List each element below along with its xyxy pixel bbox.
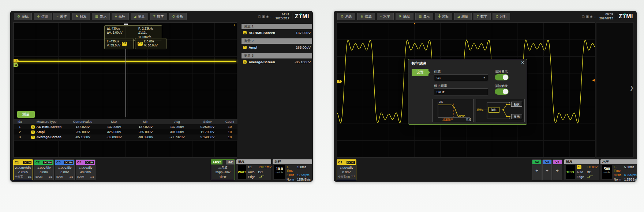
math-icon: ∑ [153, 15, 156, 18]
menu-display[interactable]: ▦显示 [415, 13, 434, 20]
source-select[interactable]: C1 ▼ [434, 74, 488, 81]
channel4-add-box[interactable]: C4 + [553, 159, 562, 180]
measure-slot-header[interactable]: 测量 2 [242, 38, 312, 44]
acquire-mode: Norm [614, 178, 621, 181]
channel2-add-box[interactable]: C2 + [532, 159, 542, 180]
record-icon[interactable]: ◉ [266, 15, 269, 18]
measure-slot-header[interactable]: 测量 1 [242, 24, 312, 29]
measure-slot-value[interactable]: 1 AC RMS-Screen 137.02uV [242, 30, 312, 35]
filter-trigger-label: 滤波触发 [495, 84, 508, 88]
horizontal-panel[interactable]: 水平 500 us/div T-Time 5.00ms 0.00s 6.25Mp… [600, 159, 637, 180]
menu-system[interactable]: ⚙系统 [337, 13, 355, 20]
table-row[interactable]: 1 1AC RMS-Screen 137.02uV137.83uV137.02u… [14, 124, 237, 129]
cutoff-frequency-label: 滤波频率 [442, 118, 453, 121]
trigger-source: C1 [248, 165, 255, 169]
tab-notch [428, 71, 430, 74]
timebase-box: 500 us/div [602, 165, 612, 179]
menu-math[interactable]: ∑数学 [150, 13, 167, 20]
channel1-box[interactable]: C1DC50 2.00mV/div-120uV 全带宽1:1 [13, 159, 33, 180]
logo-accent [300, 14, 302, 16]
menu-analyze[interactable]: Q分析 [493, 13, 510, 20]
menu-cursor[interactable]: ╋光标 [112, 13, 128, 20]
sample-panel[interactable]: 采样 10.0 ms/div T-Time 100ms 0.00s 12.5Mp… [273, 159, 312, 180]
trigger-level: T:0.00V [587, 165, 598, 169]
afg-name: AFG2 [211, 160, 222, 164]
screen-icon[interactable]: ▢ [582, 15, 585, 18]
menu-source[interactable]: ⊕信源 [34, 13, 52, 20]
trigger-level-marker[interactable]: ◀ [592, 78, 595, 82]
afg-load: HiZ [226, 160, 235, 164]
channel4-box[interactable]: C4DC1M 1.00V/div40.0mV 500M1:1 [76, 159, 96, 180]
filter-display-toggle[interactable] [495, 74, 509, 80]
menu-label: 显示 [100, 14, 106, 19]
channel1-box[interactable]: C1DC50 1.00V/div0.00V 全带宽FIR1:1 [337, 159, 356, 180]
chevron-right-icon[interactable]: ❯ [630, 85, 634, 91]
menu-trigger[interactable]: ⚑触发 [72, 13, 90, 20]
menu-measure[interactable]: ◢测量 [454, 13, 472, 20]
measure-slot-value[interactable]: 1 Ampl 285.00uV [242, 45, 312, 50]
menu-sample[interactable]: ≈采样 [53, 13, 70, 20]
menu-cursor[interactable]: ╋光标 [435, 13, 452, 20]
channel-badge: C1 [122, 42, 127, 45]
menu-horizontal[interactable]: ≈水平 [377, 13, 394, 20]
ttime-label: T-Time [287, 165, 294, 173]
table-row[interactable]: 2 1Ampl 285.00uV325.00uV285.00uV301.00uV… [14, 129, 237, 135]
magnifier-icon: Q [496, 15, 498, 18]
channel2-box[interactable]: C2DC1M 1.00V/div0.00V 500M1:1 [34, 159, 54, 180]
coupling-badge: DC1M [85, 161, 94, 164]
menu-system[interactable]: ⚙系统 [14, 13, 32, 20]
source-badge: 1 [243, 46, 247, 49]
table-row[interactable]: 3 1Average-Screen -85.103uV-59.898uV-90.… [14, 135, 237, 140]
display-icon: ▦ [419, 15, 422, 18]
add-icon: + [553, 164, 562, 173]
measure-button[interactable]: 测量 [17, 111, 35, 118]
trigger-level: T:10.1mV [258, 165, 272, 169]
col-current: CurrentValue [67, 119, 98, 124]
math-icon: ∑ [477, 15, 479, 18]
measure-slot-value[interactable]: 1 Average-Screen -85.103uV [242, 59, 312, 65]
sample-rate: 1.25GSa/s [624, 178, 637, 181]
menu-display[interactable]: ▦显示 [92, 13, 110, 20]
close-icon[interactable]: ✕ [521, 60, 524, 65]
afg-marker[interactable]: a [14, 63, 19, 67]
left-menubar: ⚙系统 ⊕信源 ≈采样 ⚑触发 ▦显示 ╋光标 ◢测量 ∑数学 Q分析 ▢ ▣ … [10, 11, 313, 22]
network-icon[interactable]: ↔ [594, 15, 597, 18]
filter-display-label: 滤波显示 [495, 69, 508, 74]
menu-label: 水平 [383, 14, 390, 19]
filter-trigger-toggle[interactable] [495, 88, 509, 95]
channel3-box[interactable]: C3DC1M 1.00V/div0.00V 500M1:1 [55, 159, 75, 180]
col-min: Min [130, 119, 161, 124]
measure-slot-header[interactable]: 测量 3 [242, 53, 312, 58]
record-icon[interactable]: ◉ [590, 15, 592, 18]
network-icon[interactable]: ↔ [270, 15, 273, 18]
right-header-status: ▢ ▣ ◉ ↔ 09:59 2024/8/13 ZTMI [582, 12, 633, 20]
date-text: 2024/8/13 [599, 16, 613, 20]
sample-rate: 125MSa/s [297, 178, 311, 181]
menu-math[interactable]: ∑数学 [473, 13, 491, 20]
trigger-sweep: Auto [248, 170, 255, 174]
trigger-panel[interactable]: 触发 WAIT C1 T:10.1mV Auto DC Edge [236, 159, 271, 180]
menu-source[interactable]: ⊕信源 [357, 13, 375, 20]
trigger-coupling: DC [587, 170, 598, 174]
brand-logo: ZTMI [295, 13, 309, 20]
trigger-position-marker[interactable]: ▼ [413, 22, 416, 25]
acquire-mode: Norm [287, 178, 294, 181]
menu-trigger[interactable]: ⚑触发 [396, 13, 413, 20]
ttime-value: 5.00ms [624, 165, 637, 173]
tab-settings[interactable]: 设置 [412, 69, 428, 76]
channel3-add-box[interactable]: C3 + [542, 159, 552, 180]
screen-icon[interactable]: ▢ [258, 15, 261, 18]
storage-icon[interactable]: ▣ [586, 15, 589, 18]
source-badge: 1 [31, 136, 35, 139]
storage-icon[interactable]: ▣ [262, 15, 265, 18]
left-bottom-bar: C1DC50 2.00mV/div-120uV 全带宽1:1 C2DC1M 1.… [13, 158, 310, 181]
menu-analyze[interactable]: Q分析 [169, 13, 187, 20]
trigger-panel[interactable]: 触发 TRIG 1 T:0.00V Auto DC Edge [564, 159, 599, 180]
menu-label: 分析 [176, 14, 183, 19]
afg-box[interactable]: AFG2HiZ 三角波 3Vpp -1mv 1kHz [211, 159, 235, 180]
trigger-position-marker[interactable]: T [234, 23, 236, 27]
cutoff-input[interactable]: 5kHz [434, 88, 488, 95]
menu-measure[interactable]: ◢测量 [131, 13, 148, 20]
measure-icon: ◢ [134, 15, 136, 18]
right-oscilloscope: ⚙系统 ⊕信源 ≈水平 ⚑触发 ▦显示 ╋光标 ◢测量 ∑数学 Q分析 ▢ ▣ … [334, 11, 637, 182]
